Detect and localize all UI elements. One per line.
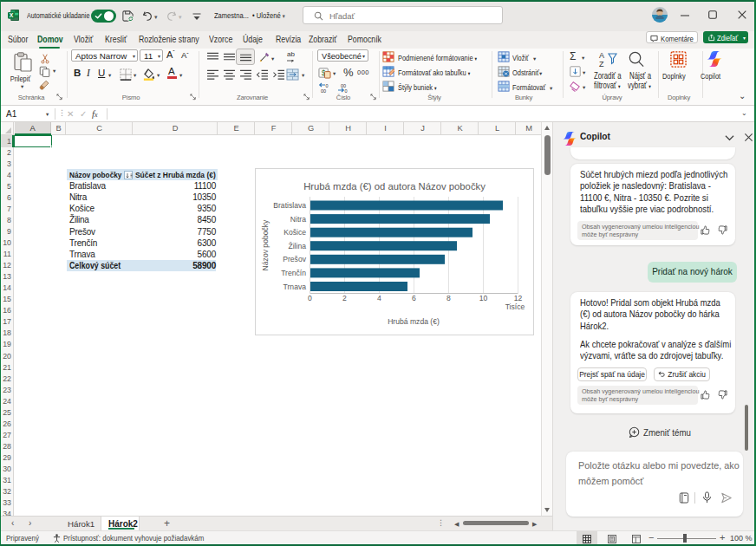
svg-text:Nitra: Nitra <box>290 215 306 224</box>
svg-text:Názov pobočky: Názov pobočky <box>261 219 270 270</box>
svg-text:8: 8 <box>446 294 451 302</box>
svg-text:0: 0 <box>308 294 312 302</box>
svg-text:4: 4 <box>377 294 381 302</box>
svg-text:Trnava: Trnava <box>284 283 307 291</box>
svg-text:Z: Z <box>599 60 604 68</box>
svg-text:Prešov: Prešov <box>283 255 306 263</box>
svg-text:Bratislava: Bratislava <box>273 201 306 210</box>
svg-text:Žilina: Žilina <box>288 242 306 250</box>
svg-text:A: A <box>599 51 604 60</box>
svg-text:Trenčín: Trenčín <box>281 269 306 277</box>
svg-text:Hrubá mzda (€) od autora Názov: Hrubá mzda (€) od autora Názov pobočky <box>303 181 486 192</box>
svg-text:6: 6 <box>412 294 416 302</box>
svg-text:12: 12 <box>514 294 523 302</box>
svg-text:2: 2 <box>342 294 347 302</box>
svg-text:Hrubá mzda (€): Hrubá mzda (€) <box>388 317 440 326</box>
svg-text:10: 10 <box>479 294 488 302</box>
svg-text:Tisíce: Tisíce <box>505 302 525 311</box>
svg-text:X: X <box>10 12 14 18</box>
svg-text:00: 00 <box>321 88 326 94</box>
svg-text:Košice: Košice <box>284 228 306 237</box>
svg-text:0: 0 <box>345 88 348 94</box>
